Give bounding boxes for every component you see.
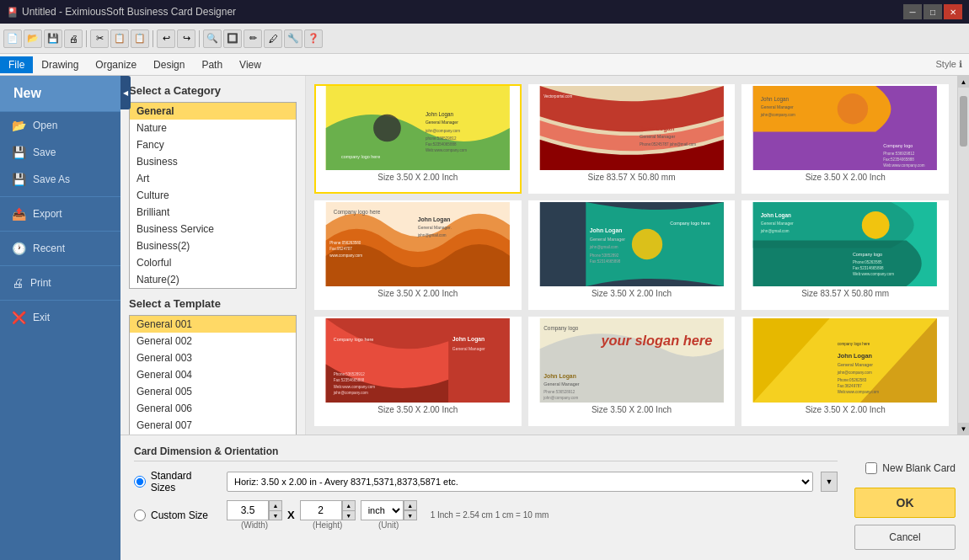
svg-text:Web:www.company.com: Web:www.company.com [426, 148, 467, 152]
unit-decrement-button[interactable]: ▼ [404, 510, 417, 520]
dropdown-arrow-icon[interactable]: ▼ [821, 472, 838, 492]
card-grid-scrollbar[interactable]: ▲ ▼ [957, 76, 969, 435]
template-item-007[interactable]: General 007 [130, 417, 296, 434]
category-item-business[interactable]: Business [130, 153, 296, 170]
category-item-colorful[interactable]: Colorful [130, 254, 296, 271]
main-layout: New 📂 Open 💾 Save 💾 Save As 📤 Export 🕐 R… [0, 76, 969, 560]
template-item-002[interactable]: General 002 [130, 333, 296, 349]
menu-export[interactable]: 📤 Export [0, 200, 120, 227]
card-label-1: Size 3.50 X 2.00 Inch [375, 170, 460, 184]
menu-save[interactable]: 💾 Save [0, 139, 120, 166]
card-svg-8: your slogan here Company logo John Logan… [530, 318, 734, 403]
card-item-7[interactable]: Company logo here John Logan General Man… [314, 317, 522, 426]
scroll-down-arrow[interactable]: ▼ [958, 423, 969, 435]
svg-text:Vectorportal.com: Vectorportal.com [543, 94, 572, 99]
height-decrement-button[interactable]: ▼ [342, 510, 356, 520]
category-item-culture[interactable]: Culture [130, 187, 296, 204]
scroll-thumb[interactable] [960, 96, 967, 147]
template-item-003[interactable]: General 003 [130, 349, 296, 366]
svg-text:Phone:536528912: Phone:536528912 [543, 390, 576, 394]
template-item-006[interactable]: General 006 [130, 400, 296, 417]
template-item-005[interactable]: General 005 [130, 383, 296, 400]
menu-recent[interactable]: 🕐 Recent [0, 235, 120, 262]
minimize-button[interactable]: ─ [903, 4, 922, 19]
toolbar-copy-icon[interactable]: 📋 [110, 29, 129, 48]
toolbar-save-icon[interactable]: 💾 [44, 29, 62, 48]
card-item-4[interactable]: Company logo here John Logan General Man… [314, 200, 522, 310]
template-item-001[interactable]: General 001 [130, 316, 296, 333]
card-item-8[interactable]: your slogan here Company logo John Logan… [528, 317, 736, 426]
svg-text:john@gmail.com: john@gmail.com [588, 245, 618, 249]
toolbar-zoom-icon[interactable]: 🔍 [203, 29, 222, 48]
card-item-2[interactable]: John Logan General Manager Phone:0524578… [528, 84, 736, 194]
width-decrement-button[interactable]: ▼ [269, 510, 282, 520]
standard-sizes-radio[interactable] [134, 476, 146, 488]
category-item-business-service[interactable]: Business Service [130, 221, 296, 237]
category-item-nature2[interactable]: Nature(2) [130, 271, 296, 288]
ok-button[interactable]: OK [854, 488, 956, 518]
card-label-7: Size 3.50 X 2.00 Inch [375, 403, 460, 417]
unit-increment-button[interactable]: ▲ [404, 500, 417, 510]
menu-file[interactable]: File [0, 56, 33, 73]
width-input[interactable] [227, 500, 269, 520]
height-input[interactable] [300, 500, 342, 520]
unit-select[interactable]: inch [361, 500, 404, 520]
new-blank-checkbox[interactable] [865, 462, 877, 474]
template-item-008[interactable]: General 008 [130, 434, 296, 435]
toolbar-cut-icon[interactable]: ✂ [90, 29, 109, 48]
new-button[interactable]: New [0, 76, 120, 112]
menu-view[interactable]: View [231, 56, 270, 73]
menu-drawing[interactable]: Drawing [33, 56, 87, 73]
menu-print[interactable]: 🖨 Print [0, 269, 120, 296]
standard-sizes-dropdown[interactable]: Horiz: 3.50 x 2.00 in - Avery 8371,5371,… [227, 472, 813, 492]
card-item-5[interactable]: John Logan General Manager john@gmail.co… [528, 200, 736, 310]
toolbar-open-icon[interactable]: 📂 [24, 29, 42, 48]
custom-size-radio[interactable] [134, 509, 146, 521]
toolbar-paste-icon[interactable]: 📋 [131, 29, 149, 48]
toolbar-undo-icon[interactable]: ↩ [157, 29, 175, 48]
collapse-panel-button[interactable]: ◀ [120, 76, 131, 109]
category-item-brilliant[interactable]: Brilliant [130, 204, 296, 221]
menu-exit[interactable]: ❌ Exit [0, 304, 120, 331]
cancel-button[interactable]: Cancel [854, 525, 956, 550]
svg-text:Phone:05262583: Phone:05262583 [838, 378, 867, 382]
template-list[interactable]: General 001 General 002 General 003 Gene… [129, 315, 297, 435]
card-item-9[interactable]: company logo here John Logan General Man… [741, 317, 949, 426]
standard-sizes-label[interactable]: Standard Sizes [134, 470, 218, 493]
category-item-nature[interactable]: Nature [130, 120, 296, 136]
toolbar-redo-icon[interactable]: ↪ [177, 29, 195, 48]
svg-text:Web:www.company.com: Web:www.company.com [838, 390, 879, 394]
menu-organize[interactable]: Organize [87, 56, 145, 73]
width-increment-button[interactable]: ▲ [269, 500, 282, 510]
toolbar-select-icon[interactable]: 🔲 [223, 29, 242, 48]
menu-open[interactable]: 📂 Open [0, 112, 120, 139]
card-item-1[interactable]: John Logan General Manager john@company.… [314, 84, 522, 194]
custom-size-label[interactable]: Custom Size [134, 509, 218, 521]
x-separator: X [287, 509, 295, 521]
card-item-6[interactable]: John Logan General Manager john@gmail.co… [741, 200, 949, 310]
height-field-label: (Height) [313, 520, 343, 530]
toolbar-pen-icon[interactable]: 🖊 [264, 29, 282, 48]
window-title: Untitled - EximiousSoft Business Card De… [22, 6, 236, 18]
height-increment-button[interactable]: ▲ [342, 500, 356, 510]
menu-save-as[interactable]: 💾 Save As [0, 166, 120, 193]
category-item-business2[interactable]: Business(2) [130, 237, 296, 254]
toolbar-settings-icon[interactable]: 🔧 [284, 29, 302, 48]
toolbar-print-icon[interactable]: 🖨 [64, 29, 83, 48]
close-button[interactable]: ✕ [944, 4, 962, 19]
template-item-004[interactable]: General 004 [130, 366, 296, 383]
card-item-3[interactable]: John Logan General Manager john@company.… [741, 84, 949, 194]
category-item-art[interactable]: Art [130, 170, 296, 187]
category-item-fancy[interactable]: Fancy [130, 136, 296, 153]
toolbar-new-icon[interactable]: 📄 [3, 29, 22, 48]
maximize-button[interactable]: □ [923, 4, 942, 19]
toolbar-separator-1 [86, 30, 87, 47]
toolbar-draw-icon[interactable]: ✏ [244, 29, 262, 48]
toolbar-help-icon[interactable]: ❓ [304, 29, 323, 48]
category-item-general[interactable]: General [130, 103, 296, 120]
svg-text:john@company.com: john@company.com [837, 371, 872, 375]
menu-design[interactable]: Design [145, 56, 193, 73]
svg-text:General Manager: General Manager [640, 134, 676, 139]
menu-path[interactable]: Path [193, 56, 231, 73]
scroll-up-arrow[interactable]: ▲ [958, 76, 969, 88]
